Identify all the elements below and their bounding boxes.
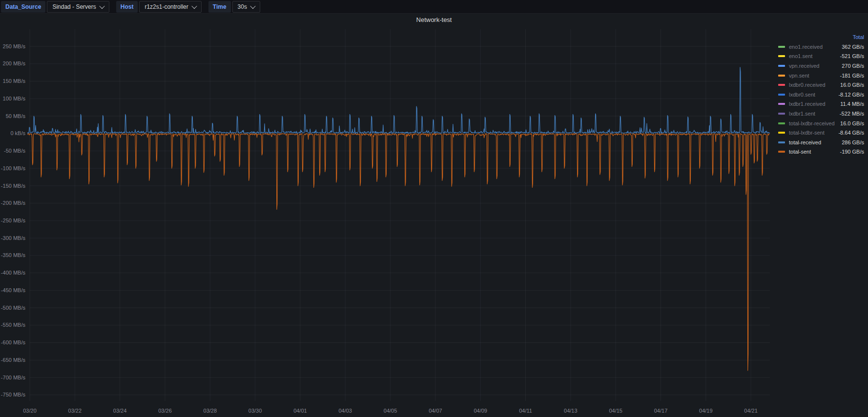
y-tick-label: -700 MB/s <box>1 375 26 380</box>
x-tick-label: 04/15 <box>609 408 622 414</box>
x-tick-label: 03/22 <box>68 408 82 414</box>
legend-label[interactable]: total-sent <box>789 149 811 155</box>
y-tick-label: -350 MB/s <box>1 252 26 258</box>
y-tick-label: 100 MB/s <box>3 96 26 101</box>
legend-swatch-icon <box>778 84 785 86</box>
x-tick-label: 04/17 <box>654 408 668 414</box>
legend-item[interactable]: vpn.received270 GB/s <box>778 61 865 71</box>
legend-rows: eno1.received362 GB/seno1.sent-521 GB/sv… <box>778 42 865 157</box>
y-tick-label: 200 MB/s <box>3 60 26 66</box>
legend-item[interactable]: total-received286 GB/s <box>778 138 865 147</box>
legend-item[interactable]: lxdbr1.sent-522 MB/s <box>778 109 865 119</box>
legend-value: 270 GB/s <box>842 63 864 69</box>
legend-label[interactable]: total-lxdbr-sent <box>789 130 825 136</box>
legend-swatch-icon <box>778 132 785 134</box>
legend-label[interactable]: eno1.sent <box>789 53 812 59</box>
y-tick-label: -600 MB/s <box>1 339 26 345</box>
time-series-chart[interactable]: 250 MB/s200 MB/s150 MB/s100 MB/s50 MB/s0… <box>0 0 868 417</box>
legend-swatch-icon <box>778 75 785 77</box>
chevron-down-icon <box>250 3 255 8</box>
x-tick-label: 04/07 <box>429 408 442 414</box>
legend-item[interactable]: vpn.sent-181 GB/s <box>778 71 865 80</box>
dashboard-toolbar: Data_Source Sindad - Servers Host r1z2s1… <box>0 0 868 14</box>
y-tick-label: 250 MB/s <box>3 43 26 49</box>
x-tick-label: 04/05 <box>384 408 397 414</box>
legend-swatch-icon <box>778 151 785 153</box>
y-tick-label: -500 MB/s <box>1 305 26 311</box>
y-tick-label: -450 MB/s <box>1 287 26 293</box>
variable-time: Time 30s <box>208 1 260 13</box>
x-tick-label: 04/09 <box>474 408 487 414</box>
x-tick-label: 04/21 <box>744 408 758 414</box>
y-tick-label: -100 MB/s <box>1 165 26 171</box>
host-select[interactable]: r1z2s1-controller <box>139 1 201 13</box>
legend-item[interactable]: eno1.sent-521 GB/s <box>778 52 865 61</box>
legend-total-header[interactable]: Total <box>778 32 865 42</box>
legend-item[interactable]: total-sent-190 GB/s <box>778 147 865 157</box>
legend-item[interactable]: total-lxdbr-sent-8.64 GB/s <box>778 128 865 138</box>
legend-label[interactable]: vpn.sent <box>789 73 809 79</box>
chart-legend: Total eno1.received362 GB/seno1.sent-521… <box>778 32 865 157</box>
y-tick-label: -50 MB/s <box>4 148 26 154</box>
y-tick-label: -150 MB/s <box>1 183 26 189</box>
legend-label[interactable]: lxdbr1.received <box>789 101 826 107</box>
legend-item[interactable]: lxdbr0.received16.0 GB/s <box>778 80 865 90</box>
variable-data-source: Data_Source Sindad - Servers <box>1 1 109 13</box>
x-tick-label: 03/24 <box>113 408 127 414</box>
y-tick-label: -400 MB/s <box>1 270 26 276</box>
x-tick-label: 03/28 <box>204 408 217 414</box>
y-tick-label: -750 MB/s <box>1 392 26 397</box>
legend-value: -181 GB/s <box>840 73 864 79</box>
legend-value: -190 GB/s <box>840 149 864 155</box>
legend-value: -522 MB/s <box>840 111 864 117</box>
variable-host: Host r1z2s1-controller <box>116 1 202 13</box>
y-tick-label: -250 MB/s <box>1 218 26 223</box>
y-tick-label: -650 MB/s <box>1 357 26 363</box>
x-tick-label: 04/19 <box>699 408 713 414</box>
legend-value: -8.12 GB/s <box>838 92 864 98</box>
host-label: Host <box>116 1 138 13</box>
time-label: Time <box>208 1 231 13</box>
y-tick-label: 150 MB/s <box>3 78 26 84</box>
legend-swatch-icon <box>778 141 785 143</box>
legend-swatch-icon <box>778 46 785 48</box>
legend-value: 286 GB/s <box>842 139 864 145</box>
y-tick-label: -200 MB/s <box>1 200 26 206</box>
x-tick-label: 04/03 <box>338 408 352 414</box>
series-total-received <box>27 67 770 134</box>
legend-label[interactable]: total-received <box>789 139 821 145</box>
time-value: 30s <box>238 3 247 10</box>
legend-label[interactable]: lxdbr1.sent <box>789 111 815 117</box>
data-source-label: Data_Source <box>1 1 45 13</box>
x-tick-label: 03/30 <box>248 408 262 414</box>
legend-item[interactable]: total-lxdbr-received16.0 GB/s <box>778 119 865 128</box>
data-source-value: Sindad - Servers <box>52 3 96 10</box>
legend-swatch-icon <box>778 65 785 67</box>
x-tick-label: 04/01 <box>293 408 307 414</box>
legend-value: 16.0 GB/s <box>840 120 864 126</box>
legend-item[interactable]: lxdbr1.received11.4 MB/s <box>778 99 865 109</box>
y-tick-label: -550 MB/s <box>1 322 26 328</box>
legend-swatch-icon <box>778 94 785 96</box>
legend-label[interactable]: total-lxdbr-received <box>789 120 835 126</box>
y-tick-label: -300 MB/s <box>1 235 26 241</box>
legend-label[interactable]: lxdbr0.sent <box>789 92 815 98</box>
panel-title[interactable]: Network-test <box>0 16 868 23</box>
legend-label[interactable]: lxdbr0.received <box>789 82 826 88</box>
legend-swatch-icon <box>778 122 785 124</box>
x-tick-label: 03/20 <box>23 408 37 414</box>
data-source-select[interactable]: Sindad - Servers <box>47 1 109 13</box>
time-select[interactable]: 30s <box>232 1 260 13</box>
y-tick-label: 0 kB/s <box>10 130 25 136</box>
legend-item[interactable]: eno1.received362 GB/s <box>778 42 865 52</box>
series-total-sent <box>27 134 770 371</box>
legend-swatch-icon <box>778 103 785 105</box>
legend-value: -8.64 GB/s <box>838 130 864 136</box>
legend-value: 11.4 MB/s <box>840 101 864 107</box>
legend-label[interactable]: eno1.received <box>789 44 823 50</box>
grafana-dashboard: { "toolbar": { "data_source": {"label": … <box>0 0 868 417</box>
x-tick-label: 04/13 <box>564 408 578 414</box>
legend-label[interactable]: vpn.received <box>789 63 819 69</box>
legend-item[interactable]: lxdbr0.sent-8.12 GB/s <box>778 90 865 99</box>
y-tick-label: 50 MB/s <box>6 113 26 119</box>
